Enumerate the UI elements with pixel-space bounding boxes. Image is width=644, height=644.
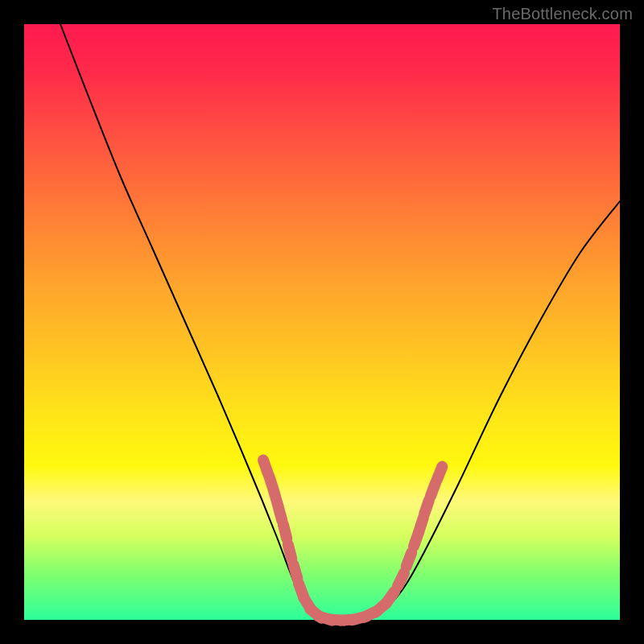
curve-overlay [24,24,620,620]
bottleneck-curve [60,24,620,621]
bead [288,544,292,558]
bead [398,573,404,586]
bead [293,564,297,578]
bead [407,553,411,567]
bead [279,506,283,520]
bead [386,592,394,604]
bead [424,500,429,514]
watermark-text: TheBottleneck.com [492,5,633,23]
bead [283,524,287,538]
bead-cluster [263,460,442,621]
bead [419,518,423,531]
bead [437,467,443,481]
